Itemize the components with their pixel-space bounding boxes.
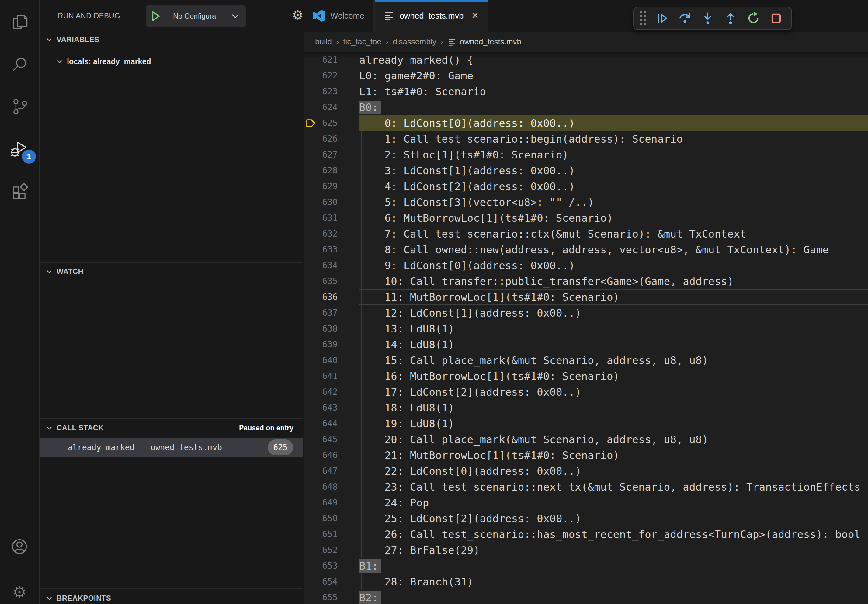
line-content[interactable]: 16: MutBorrowLoc[1](ts#1#0: Scenario) — [359, 368, 868, 384]
editor-gutter[interactable]: 640 — [304, 353, 359, 368]
activity-search[interactable] — [0, 48, 39, 82]
line-content[interactable]: B2: — [359, 590, 868, 604]
editor-gutter[interactable]: 641 — [304, 368, 359, 384]
call-stack-frame-row[interactable]: already_marked owned_tests.mvb 625 — [40, 438, 302, 457]
editor-gutter[interactable]: 625 — [304, 115, 359, 131]
line-content[interactable]: 17: LdConst[2](address: 0x00..) — [359, 384, 868, 400]
breadcrumb-item[interactable]: disassembly — [393, 37, 436, 46]
editor-gutter[interactable]: 635 — [304, 273, 359, 289]
editor-gutter[interactable]: 639 — [304, 337, 359, 353]
line-content[interactable]: 5: LdConst[3](vector<u8>: "" /..) — [359, 194, 868, 210]
editor-gutter[interactable]: 623 — [304, 84, 359, 99]
editor-gutter[interactable]: 654 — [304, 574, 359, 590]
breadcrumb-file[interactable]: owned_tests.mvb — [460, 37, 521, 46]
editor-gutter[interactable]: 627 — [304, 147, 359, 163]
line-content[interactable]: B0: — [359, 99, 868, 115]
line-content[interactable]: 8: Call owned::new(address, address, vec… — [359, 242, 868, 258]
line-content[interactable]: 1: Call test_scenario::begin(address): S… — [359, 131, 868, 147]
editor-gutter[interactable]: 630 — [304, 194, 359, 210]
line-content[interactable]: 3: LdConst[1](address: 0x00..) — [359, 163, 868, 178]
variables-section-header[interactable]: VARIABLES — [40, 32, 303, 48]
line-content[interactable]: B1: — [359, 558, 868, 574]
drag-handle-icon[interactable] — [640, 11, 646, 25]
line-content[interactable]: 14: LdU8(1) — [359, 337, 868, 353]
line-content[interactable]: 7: Call test_scenario::ctx(&mut Scenario… — [359, 226, 868, 242]
debug-config-select[interactable]: No Configura — [173, 12, 232, 20]
activity-run-and-debug[interactable]: 1 — [0, 132, 39, 166]
editor-gutter[interactable]: 622 — [304, 68, 359, 84]
debug-start-icon[interactable] — [146, 5, 166, 27]
close-icon[interactable]: ✕ — [471, 12, 478, 20]
restart-button[interactable] — [744, 9, 763, 27]
line-content[interactable]: 12: LdConst[1](address: 0x00..) — [359, 305, 868, 321]
line-content[interactable]: 23: Call test_scenario::next_tx(&mut Sce… — [359, 479, 868, 495]
breadcrumb-item[interactable]: tic_tac_toe — [343, 37, 381, 46]
line-content[interactable]: 10: Call transfer::public_transfer<Game>… — [359, 273, 868, 289]
line-content[interactable]: 21: MutBorrowLoc[1](ts#1#0: Scenario) — [359, 448, 868, 463]
stop-button[interactable] — [767, 9, 785, 27]
breakpoints-section-header[interactable]: BREAKPOINTS — [40, 590, 303, 604]
line-content[interactable]: 4: LdConst[2](address: 0x00..) — [359, 178, 868, 194]
editor-gutter[interactable]: 628 — [304, 163, 359, 178]
editor-gutter[interactable]: 629 — [304, 178, 359, 194]
activity-settings[interactable]: ⚙ — [0, 575, 39, 604]
variables-locals-row[interactable]: locals: already_marked — [40, 54, 303, 69]
editor-gutter[interactable]: 649 — [304, 495, 359, 511]
editor-gutter[interactable]: 652 — [304, 542, 359, 558]
editor-gutter[interactable]: 633 — [304, 242, 359, 258]
activity-explorer[interactable] — [0, 6, 39, 40]
activity-account[interactable] — [0, 530, 39, 563]
line-content[interactable]: 13: LdU8(1) — [359, 321, 868, 337]
line-content[interactable]: 22: LdConst[0](address: 0x00..) — [359, 463, 868, 479]
line-content[interactable]: already_marked() { — [359, 52, 868, 68]
editor-gutter[interactable]: 624 — [304, 99, 359, 115]
line-content[interactable]: L1: ts#1#0: Scenario — [359, 84, 868, 99]
editor-gutter[interactable]: 631 — [304, 210, 359, 226]
line-content[interactable]: 25: LdConst[2](address: 0x00..) — [359, 511, 868, 527]
editor-gutter[interactable]: 621 — [304, 52, 359, 68]
debug-config-control[interactable]: No Configura — [146, 5, 246, 27]
editor-gutter[interactable]: 643 — [304, 400, 359, 416]
step-into-button[interactable] — [698, 9, 717, 27]
tab-owned-tests[interactable]: owned_tests.mvb ✕ — [374, 0, 488, 32]
breadcrumb-item[interactable]: build — [315, 37, 332, 46]
editor-gutter[interactable]: 655 — [304, 590, 359, 604]
line-content[interactable]: L0: game#2#0: Game — [359, 68, 868, 84]
editor-gutter[interactable]: 636 — [304, 289, 359, 305]
line-content[interactable]: 11: MutBorrowLoc[1](ts#1#0: Scenario) — [359, 289, 868, 305]
continue-button[interactable] — [653, 9, 671, 27]
editor-gutter[interactable]: 650 — [304, 511, 359, 527]
editor-gutter[interactable]: 648 — [304, 479, 359, 495]
editor-gutter[interactable]: 645 — [304, 432, 359, 448]
line-content[interactable]: 9: LdConst[0](address: 0x00..) — [359, 258, 868, 273]
editor-gutter[interactable]: 638 — [304, 321, 359, 337]
line-content[interactable]: 19: LdU8(1) — [359, 416, 868, 432]
editor-gutter[interactable]: 634 — [304, 258, 359, 273]
line-content[interactable]: 26: Call test_scenario::has_most_recent_… — [359, 527, 868, 542]
activity-source-control[interactable] — [0, 90, 39, 124]
editor-gutter[interactable]: 653 — [304, 558, 359, 574]
activity-extensions[interactable] — [0, 176, 39, 209]
line-content[interactable]: 24: Pop — [359, 495, 868, 511]
line-content[interactable]: 27: BrFalse(29) — [359, 542, 868, 558]
step-out-button[interactable] — [721, 9, 740, 27]
tab-welcome[interactable]: Welcome — [304, 0, 374, 32]
editor-gutter[interactable]: 637 — [304, 305, 359, 321]
editor-gutter[interactable]: 644 — [304, 416, 359, 432]
editor-gutter[interactable]: 646 — [304, 448, 359, 463]
editor-gutter[interactable]: 642 — [304, 384, 359, 400]
line-content[interactable]: 28: Branch(31) — [359, 574, 868, 590]
editor-gutter[interactable]: 647 — [304, 463, 359, 479]
line-content[interactable]: 20: Call place_mark(&mut Scenario, addre… — [359, 432, 868, 448]
editor-gutter[interactable]: 632 — [304, 226, 359, 242]
call-stack-section-header[interactable]: CALL STACK Paused on entry — [40, 420, 303, 436]
editor-gutter[interactable]: 651 — [304, 527, 359, 542]
debug-settings-gear-icon[interactable]: ⚙ — [292, 7, 304, 23]
line-content[interactable]: 2: StLoc[1](ts#1#0: Scenario) — [359, 147, 868, 163]
line-content[interactable]: 15: Call place_mark(&mut Scenario, addre… — [359, 353, 868, 368]
line-content[interactable]: 0: LdConst[0](address: 0x00..) — [359, 115, 868, 131]
step-over-button[interactable] — [676, 9, 694, 27]
line-content[interactable]: 6: MutBorrowLoc[1](ts#1#0: Scenario) — [359, 210, 868, 226]
watch-section-header[interactable]: WATCH — [40, 264, 303, 279]
line-content[interactable]: 18: LdU8(1) — [359, 400, 868, 416]
